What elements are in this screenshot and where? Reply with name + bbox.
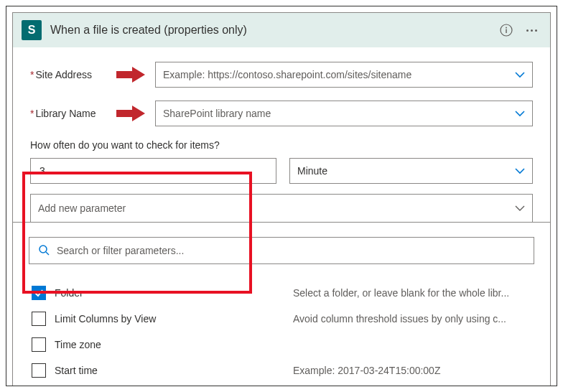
param-option-label: Limit Columns by View [55,313,284,325]
parameter-search[interactable] [29,237,534,264]
site-address-placeholder: Example: https://contoso.sharepoint.com/… [163,69,411,80]
site-address-row: *Site Address Example: https://contoso.s… [30,62,533,88]
param-option-label: Time zone [55,339,284,350]
svg-point-5 [39,246,47,253]
svg-rect-2 [506,29,506,34]
param-option-label: Folder [55,287,284,299]
unit-combo[interactable]: Minute [289,158,533,184]
logo-letter: S [28,24,36,37]
search-icon [38,244,50,258]
card-header: S When a file is created (properties onl… [13,13,550,47]
action-card: S When a file is created (properties onl… [12,12,551,223]
svg-line-6 [46,252,49,255]
site-address-label: *Site Address [30,69,98,80]
interval-input[interactable]: 3 [30,158,276,184]
checkbox[interactable] [32,337,46,352]
chevron-down-icon [515,110,525,117]
add-parameter-label: Add new parameter [38,202,126,214]
card-title: When a file is created (properties only) [50,24,490,37]
chevron-down-icon [515,167,525,174]
parameter-dropdown: FolderSelect a folder, or leave blank fo… [12,222,551,386]
chevron-down-icon [515,205,525,212]
red-arrow-icon [116,67,145,83]
card-body: *Site Address Example: https://contoso.s… [13,47,550,223]
param-option[interactable]: Start timeExample: 2017-03-24T15:00:00Z [29,358,534,383]
library-name-combo[interactable]: SharePoint library name [155,101,533,126]
library-name-label: *Library Name [30,108,98,119]
param-option-desc: Avoid column threshold issues by only us… [293,313,531,325]
checkbox[interactable] [32,312,46,326]
library-name-placeholder: SharePoint library name [163,108,271,119]
site-address-combo[interactable]: Example: https://contoso.sharepoint.com/… [155,62,533,88]
checkbox[interactable] [32,363,46,378]
frequency-row: 3 Minute [30,158,533,184]
interval-value: 3 [39,165,45,177]
svg-marker-4 [116,106,145,121]
red-arrow-icon [116,106,145,121]
svg-point-1 [506,27,507,29]
param-option[interactable]: Time zone [29,332,534,358]
param-option-label: Start time [55,365,284,376]
info-icon[interactable] [499,23,513,37]
param-option[interactable]: Limit Columns by ViewAvoid column thresh… [29,306,534,332]
param-option-desc: Select a folder, or leave blank for the … [293,287,531,299]
param-option-desc: Example: 2017-03-24T15:00:00Z [293,365,531,376]
parameter-search-input[interactable] [57,245,525,256]
sharepoint-icon: S [22,20,42,40]
check-frequency-label: How often do you want to check for items… [30,139,533,151]
param-option[interactable]: FolderSelect a folder, or leave blank fo… [29,280,534,306]
chevron-down-icon [515,71,525,78]
add-parameter-combo[interactable]: Add new parameter [30,194,533,223]
checkbox[interactable] [32,286,46,300]
library-name-row: *Library Name SharePoint library name [30,101,533,126]
svg-marker-3 [116,67,145,83]
more-menu-icon[interactable] [522,29,541,32]
unit-value: Minute [297,165,327,177]
